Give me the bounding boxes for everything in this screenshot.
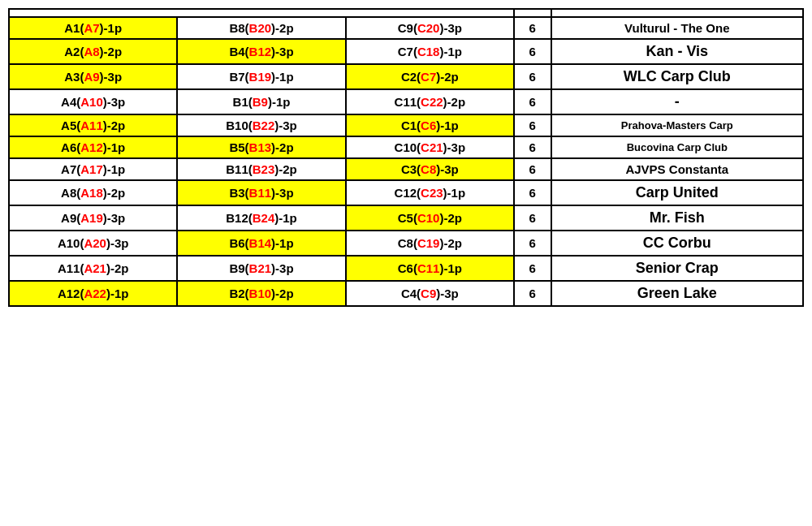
cell-b-sub-8: B24 [253, 211, 275, 225]
cell-b-main-8: B12( [226, 211, 253, 225]
grid-title [9, 9, 514, 17]
cell-a-11: A12(A22)-1p [9, 281, 177, 306]
cell-b-sub-9: B14 [249, 236, 272, 250]
cell-b-sub-7: B11 [249, 186, 272, 200]
cell-puncte-2: 6 [514, 64, 551, 89]
cell-a-end-10: )-2p [106, 261, 129, 275]
cell-a-end-2: )-3p [100, 70, 123, 84]
cell-b-main-0: B8( [229, 21, 248, 35]
cell-b-7: B3(B11)-3p [177, 180, 345, 205]
cell-b-10: B9(B21)-3p [177, 256, 345, 281]
cell-b-11: B2(B10)-2p [177, 281, 345, 306]
cell-c-3: C11(C22)-2p [346, 89, 514, 114]
cell-b-4: B10(B22)-3p [177, 114, 345, 136]
cell-b-end-10: )-3p [271, 261, 294, 275]
cell-c-9: C8(C19)-2p [346, 231, 514, 256]
table-row: A1(A7)-1pB8(B20)-2pC9(C20)-3p6Vulturul -… [9, 17, 803, 39]
cell-puncte-7: 6 [514, 180, 551, 205]
cell-a-8: A9(A19)-3p [9, 205, 177, 231]
cell-c-sub-4: C6 [421, 119, 436, 132]
table-row: A11(A21)-2pB9(B21)-3pC6(C11)-1p6Senior C… [9, 256, 803, 281]
cell-c-end-3: )-2p [443, 95, 466, 109]
cell-c-main-1: C7( [398, 45, 417, 58]
cell-c-11: C4(C9)-3p [346, 281, 514, 306]
cell-c-end-10: )-1p [439, 261, 462, 275]
cell-c-main-4: C1( [401, 119, 421, 132]
cell-c-sub-0: C20 [417, 21, 440, 35]
cell-c-sub-11: C9 [421, 287, 436, 300]
cell-c-end-11: )-3p [436, 287, 459, 300]
header-row [9, 9, 803, 17]
cell-a-main-2: A3( [64, 70, 84, 84]
cell-b-main-7: B3( [229, 186, 248, 200]
cell-name-8: Mr. Fish [551, 205, 803, 231]
cell-b-main-3: B1( [233, 95, 253, 109]
cell-a-end-11: )-1p [106, 287, 129, 300]
cell-puncte-6: 6 [514, 158, 551, 180]
cell-b-sub-3: B9 [253, 95, 268, 109]
name-header [551, 9, 803, 17]
cell-b-sub-4: B22 [253, 119, 275, 132]
cell-c-end-4: )-1p [436, 119, 459, 132]
cell-a-main-6: A7( [61, 162, 80, 176]
cell-a-end-4: )-2p [103, 119, 126, 132]
cell-b-9: B6(B14)-1p [177, 231, 345, 256]
cell-b-sub-11: B10 [249, 287, 272, 300]
cell-c-2: C2(C7)-2p [346, 64, 514, 89]
cell-c-7: C12(C23)-1p [346, 180, 514, 205]
cell-a-sub-10: A21 [84, 261, 106, 275]
table-row: A7(A17)-1pB11(B23)-2pC3(C8)-3p6AJVPS Con… [9, 158, 803, 180]
cell-a-sub-4: A11 [80, 119, 103, 132]
cell-a-2: A3(A9)-3p [9, 64, 177, 89]
cell-a-main-11: A12( [58, 287, 84, 300]
cell-b-1: B4(B12)-3p [177, 39, 345, 64]
cell-c-5: C10(C21)-3p [346, 136, 514, 158]
cell-name-11: Green Lake [551, 281, 803, 306]
table-row: A8(A18)-2pB3(B11)-3pC12(C23)-1p6Carp Uni… [9, 180, 803, 205]
cell-b-sub-10: B21 [249, 261, 272, 275]
cell-c-end-6: )-3p [436, 162, 459, 176]
cell-a-main-5: A6( [61, 140, 80, 154]
cell-c-sub-7: C23 [421, 186, 443, 200]
table-row: A10(A20)-3pB6(B14)-1pC8(C19)-2p6CC Corbu [9, 231, 803, 256]
cell-a-main-4: A5( [61, 119, 80, 132]
cell-a-5: A6(A12)-1p [9, 136, 177, 158]
cell-a-sub-11: A22 [84, 287, 106, 300]
cell-b-end-7: )-3p [271, 186, 294, 200]
cell-c-4: C1(C6)-1p [346, 114, 514, 136]
cell-c-sub-6: C8 [421, 162, 436, 176]
cell-b-end-6: )-2p [274, 162, 297, 176]
cell-b-end-5: )-2p [271, 140, 294, 154]
cell-b-0: B8(B20)-2p [177, 17, 345, 39]
cell-puncte-5: 6 [514, 136, 551, 158]
cell-b-end-8: )-1p [274, 211, 297, 225]
cell-c-end-9: )-2p [439, 236, 462, 250]
cell-a-end-6: )-1p [103, 162, 126, 176]
cell-a-main-9: A10( [58, 236, 84, 250]
cell-puncte-10: 6 [514, 256, 551, 281]
cell-b-end-3: )-1p [268, 95, 291, 109]
cell-c-end-7: )-1p [443, 186, 466, 200]
cell-a-main-7: A8( [61, 186, 80, 200]
cell-b-main-10: B9( [229, 261, 248, 275]
cell-b-2: B7(B19)-1p [177, 64, 345, 89]
cell-c-main-8: C5( [398, 211, 417, 225]
cell-name-9: CC Corbu [551, 231, 803, 256]
cell-b-main-11: B2( [229, 287, 248, 300]
cell-name-3: - [551, 89, 803, 114]
cell-a-main-3: A4( [61, 95, 80, 109]
cell-b-end-1: )-3p [271, 45, 294, 58]
cell-a-0: A1(A7)-1p [9, 17, 177, 39]
cell-b-6: B11(B23)-2p [177, 158, 345, 180]
table-body: A1(A7)-1pB8(B20)-2pC9(C20)-3p6Vulturul -… [9, 17, 803, 306]
cell-c-main-9: C8( [398, 236, 417, 250]
cell-a-end-0: )-1p [100, 21, 123, 35]
table-row: A3(A9)-3pB7(B19)-1pC2(C7)-2p6WLC Carp Cl… [9, 64, 803, 89]
cell-c-main-5: C10( [395, 140, 421, 154]
cell-a-end-8: )-3p [103, 211, 126, 225]
cell-c-main-7: C12( [395, 186, 421, 200]
cell-a-6: A7(A17)-1p [9, 158, 177, 180]
cell-a-sub-7: A18 [80, 186, 103, 200]
cell-b-sub-2: B19 [249, 70, 272, 84]
cell-puncte-1: 6 [514, 39, 551, 64]
